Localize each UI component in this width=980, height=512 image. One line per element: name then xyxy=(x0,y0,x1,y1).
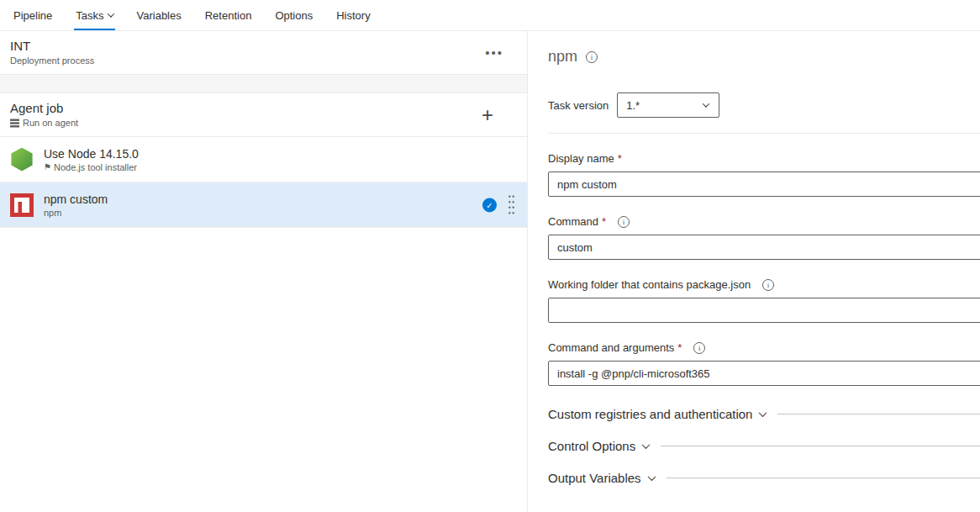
field-working-folder: Working folder that contains package.jso… xyxy=(548,278,980,323)
field-label-text: Working folder that contains package.jso… xyxy=(548,278,751,291)
chevron-down-icon xyxy=(107,10,113,17)
task-title: npm custom xyxy=(44,192,108,207)
section-label: Control Options xyxy=(548,439,635,453)
nodejs-icon xyxy=(10,148,34,172)
agent-job-title: Agent job xyxy=(10,100,78,117)
task-enabled-check-icon[interactable]: ✓ xyxy=(482,198,497,212)
task-version-label: Task version xyxy=(548,99,609,112)
stage-title: INT xyxy=(10,38,94,55)
field-label: Working folder that contains package.jso… xyxy=(548,278,980,291)
main-area: INT Deployment process ••• Agent job Run… xyxy=(0,31,980,512)
tab-label: Options xyxy=(275,9,313,22)
task-subtitle: ⚑ Node.js tool installer xyxy=(44,161,139,173)
panel-header: npm xyxy=(548,48,980,66)
field-label-text: Command and arguments xyxy=(548,341,674,354)
task-version-select[interactable]: 1.* xyxy=(617,92,719,118)
task-row-npm-custom[interactable]: npm custom npm ✓ xyxy=(0,182,527,228)
required-indicator: * xyxy=(677,341,682,354)
field-command-arguments: Command and arguments * xyxy=(548,341,980,386)
agent-job-row[interactable]: Agent job Run on agent + xyxy=(0,93,527,137)
info-icon[interactable] xyxy=(693,342,705,354)
chevron-down-icon xyxy=(647,472,656,481)
field-command: Command * xyxy=(548,215,980,260)
tab-pipeline[interactable]: Pipeline xyxy=(2,0,64,30)
field-label-text: Command xyxy=(548,215,598,228)
section-output-variables[interactable]: Output Variables xyxy=(548,468,980,487)
required-indicator: * xyxy=(602,215,606,228)
more-options-icon[interactable]: ••• xyxy=(472,42,517,63)
agent-job-subtitle: Run on agent xyxy=(10,117,78,129)
required-indicator: * xyxy=(618,152,622,165)
field-label: Command * xyxy=(548,215,980,228)
task-subtitle: npm xyxy=(44,207,108,219)
task-subtitle-text: Node.js tool installer xyxy=(54,161,137,173)
tab-label: Tasks xyxy=(76,9,103,22)
stage-header-row[interactable]: INT Deployment process ••• xyxy=(0,31,527,75)
task-subtitle-text: npm xyxy=(44,207,61,219)
section-label: Output Variables xyxy=(548,471,641,485)
command-input[interactable] xyxy=(548,235,980,260)
tab-variables[interactable]: Variables xyxy=(125,0,193,30)
tab-tasks[interactable]: Tasks xyxy=(64,0,124,30)
tab-label: Retention xyxy=(205,9,252,22)
agent-job-subtitle-text: Run on agent xyxy=(23,117,78,129)
agent-job-text: Agent job Run on agent xyxy=(10,100,78,129)
section-spacer xyxy=(0,75,527,93)
task-row-use-node[interactable]: Use Node 14.15.0 ⚑ Node.js tool installe… xyxy=(0,137,527,182)
tab-label: History xyxy=(336,9,370,22)
tab-retention[interactable]: Retention xyxy=(193,0,264,30)
divider xyxy=(667,478,980,478)
task-title: Use Node 14.15.0 xyxy=(44,146,139,161)
divider xyxy=(661,446,980,446)
chevron-down-icon xyxy=(642,441,651,449)
tab-options[interactable]: Options xyxy=(263,0,324,30)
working-folder-input[interactable] xyxy=(548,298,980,323)
info-icon[interactable] xyxy=(762,279,774,291)
divider xyxy=(777,414,980,414)
task-version-row: Task version 1.* xyxy=(548,92,980,118)
info-icon[interactable] xyxy=(586,51,598,63)
field-label: Command and arguments * xyxy=(548,341,980,354)
field-label: Display name * xyxy=(548,152,980,165)
field-display-name: Display name * xyxy=(548,152,980,197)
display-name-input[interactable] xyxy=(548,172,980,197)
field-label-text: Display name xyxy=(548,152,614,165)
task-settings-panel: npm Task version 1.* Display name * Comm… xyxy=(528,31,980,512)
section-label: Custom registries and authentication xyxy=(548,407,752,421)
left-panel: INT Deployment process ••• Agent job Run… xyxy=(0,31,528,512)
tab-history[interactable]: History xyxy=(324,0,382,30)
panel-title: npm xyxy=(548,48,577,66)
task-text: Use Node 14.15.0 ⚑ Node.js tool installe… xyxy=(44,146,139,173)
chevron-down-icon xyxy=(703,100,709,107)
stage-subtitle: Deployment process xyxy=(10,55,94,67)
section-custom-registries[interactable]: Custom registries and authentication xyxy=(548,404,980,423)
agent-icon xyxy=(10,119,19,128)
tab-label: Variables xyxy=(137,9,182,22)
divider xyxy=(548,133,980,134)
info-icon[interactable] xyxy=(618,216,630,228)
tab-label: Pipeline xyxy=(13,9,52,22)
command-arguments-input[interactable] xyxy=(548,361,980,386)
flag-icon: ⚑ xyxy=(44,161,51,173)
chevron-down-icon xyxy=(759,409,767,417)
add-task-button[interactable]: + xyxy=(458,105,517,125)
task-text: npm custom npm xyxy=(44,192,108,219)
drag-handle[interactable] xyxy=(508,193,515,216)
npm-icon xyxy=(10,193,34,217)
section-control-options[interactable]: Control Options xyxy=(548,436,980,455)
stage-header-text: INT Deployment process xyxy=(10,38,94,67)
top-nav: Pipeline Tasks Variables Retention Optio… xyxy=(0,0,980,31)
task-version-value: 1.* xyxy=(626,99,640,112)
